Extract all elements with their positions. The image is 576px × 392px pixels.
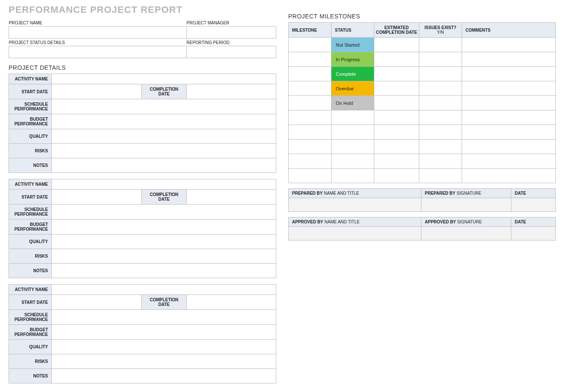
notes-field[interactable] <box>52 369 276 383</box>
est-cell[interactable] <box>374 169 419 183</box>
reporting-period-field[interactable] <box>187 46 276 58</box>
milestone-cell[interactable] <box>289 154 331 169</box>
comments-cell[interactable] <box>462 38 556 52</box>
issues-cell[interactable] <box>419 96 462 110</box>
risks-field[interactable] <box>52 354 276 369</box>
milestone-cell[interactable] <box>289 110 331 125</box>
prepared-by-sig-field[interactable] <box>421 198 511 212</box>
activity-name-field[interactable] <box>52 179 276 190</box>
project-name-field[interactable] <box>9 27 187 39</box>
table-row <box>289 169 556 183</box>
activity-name-field[interactable] <box>52 74 276 84</box>
milestone-header: MILESTONE <box>289 23 331 38</box>
activity-block: ACTIVITY NAME START DATE COMPLETION DATE… <box>9 74 276 173</box>
status-cell[interactable] <box>331 169 374 183</box>
milestone-cell[interactable] <box>289 169 331 183</box>
comments-cell[interactable] <box>462 169 556 183</box>
est-cell[interactable] <box>374 154 419 169</box>
schedule-performance-field[interactable] <box>52 205 276 220</box>
comments-cell[interactable] <box>462 67 556 81</box>
comments-cell[interactable] <box>462 96 556 110</box>
budget-performance-label: BUDGET PERFORMANCE <box>9 114 52 129</box>
approved-by-name-field[interactable] <box>289 227 421 241</box>
table-row: In Progress <box>289 52 556 67</box>
quality-field[interactable] <box>52 129 276 144</box>
comments-cell[interactable] <box>462 125 556 140</box>
comments-cell[interactable] <box>462 154 556 169</box>
milestone-cell[interactable] <box>289 52 331 67</box>
issues-cell[interactable] <box>419 38 462 52</box>
issues-header: ISSUES EXIST? Y/N <box>419 23 462 38</box>
est-cell[interactable] <box>374 52 419 67</box>
completion-date-field[interactable] <box>187 84 276 99</box>
milestone-cell[interactable] <box>289 96 331 110</box>
status-cell[interactable]: In Progress <box>331 52 374 67</box>
project-info-grid: PROJECT NAME PROJECT MANAGER PROJECT STA… <box>9 19 276 58</box>
issues-cell[interactable] <box>419 125 462 140</box>
activity-block: ACTIVITY NAME START DATE COMPLETION DATE… <box>9 179 276 278</box>
status-cell[interactable] <box>331 140 374 154</box>
budget-performance-field[interactable] <box>52 220 276 235</box>
budget-performance-field[interactable] <box>52 325 276 340</box>
est-cell[interactable] <box>374 110 419 125</box>
prepared-by-name-field[interactable] <box>289 198 421 212</box>
page-title: PERFORMANCE PROJECT REPORT <box>9 4 276 15</box>
milestone-cell[interactable] <box>289 140 331 154</box>
activity-name-field[interactable] <box>52 285 276 295</box>
milestone-cell[interactable] <box>289 38 331 52</box>
quality-field[interactable] <box>52 235 276 249</box>
start-date-field[interactable] <box>52 295 142 310</box>
comments-cell[interactable] <box>462 52 556 67</box>
status-cell[interactable] <box>331 154 374 169</box>
issues-cell[interactable] <box>419 154 462 169</box>
est-cell[interactable] <box>374 67 419 81</box>
notes-field[interactable] <box>52 158 276 173</box>
project-manager-field[interactable] <box>187 27 276 39</box>
risks-field[interactable] <box>52 144 276 158</box>
status-cell[interactable]: On Hold <box>331 96 374 110</box>
start-date-field[interactable] <box>52 190 142 205</box>
completion-date-field[interactable] <box>187 190 276 205</box>
est-cell[interactable] <box>374 125 419 140</box>
table-row: Overdue <box>289 81 556 96</box>
table-row <box>289 140 556 154</box>
approved-by-sig-field[interactable] <box>421 227 511 241</box>
status-details-field[interactable] <box>9 46 187 58</box>
comments-cell[interactable] <box>462 140 556 154</box>
prepared-by-sig-label: PREPARED BY SIGNATURE <box>421 189 511 198</box>
milestone-cell[interactable] <box>289 81 331 96</box>
issues-cell[interactable] <box>419 169 462 183</box>
table-row <box>289 110 556 125</box>
milestone-cell[interactable] <box>289 67 331 81</box>
issues-cell[interactable] <box>419 52 462 67</box>
completion-date-field[interactable] <box>187 295 276 310</box>
schedule-performance-field[interactable] <box>52 310 276 325</box>
milestone-cell[interactable] <box>289 125 331 140</box>
quality-field[interactable] <box>52 340 276 354</box>
comments-header: COMMENTS <box>462 23 556 38</box>
notes-field[interactable] <box>52 264 276 278</box>
status-cell[interactable]: Not Started <box>331 38 374 52</box>
budget-performance-label: BUDGET PERFORMANCE <box>9 220 52 235</box>
budget-performance-label: BUDGET PERFORMANCE <box>9 325 52 340</box>
start-date-field[interactable] <box>52 84 142 99</box>
issues-cell[interactable] <box>419 81 462 96</box>
est-cell[interactable] <box>374 38 419 52</box>
est-cell[interactable] <box>374 140 419 154</box>
status-cell[interactable]: Complete <box>331 67 374 81</box>
comments-cell[interactable] <box>462 81 556 96</box>
issues-cell[interactable] <box>419 67 462 81</box>
issues-cell[interactable] <box>419 110 462 125</box>
comments-cell[interactable] <box>462 110 556 125</box>
status-cell[interactable] <box>331 110 374 125</box>
status-cell[interactable] <box>331 125 374 140</box>
est-cell[interactable] <box>374 96 419 110</box>
status-cell[interactable]: Overdue <box>331 81 374 96</box>
risks-field[interactable] <box>52 249 276 264</box>
issues-cell[interactable] <box>419 140 462 154</box>
est-cell[interactable] <box>374 81 419 96</box>
prepared-by-date-field[interactable] <box>511 198 556 212</box>
approved-by-date-field[interactable] <box>511 227 556 241</box>
schedule-performance-field[interactable] <box>52 99 276 114</box>
budget-performance-field[interactable] <box>52 114 276 129</box>
